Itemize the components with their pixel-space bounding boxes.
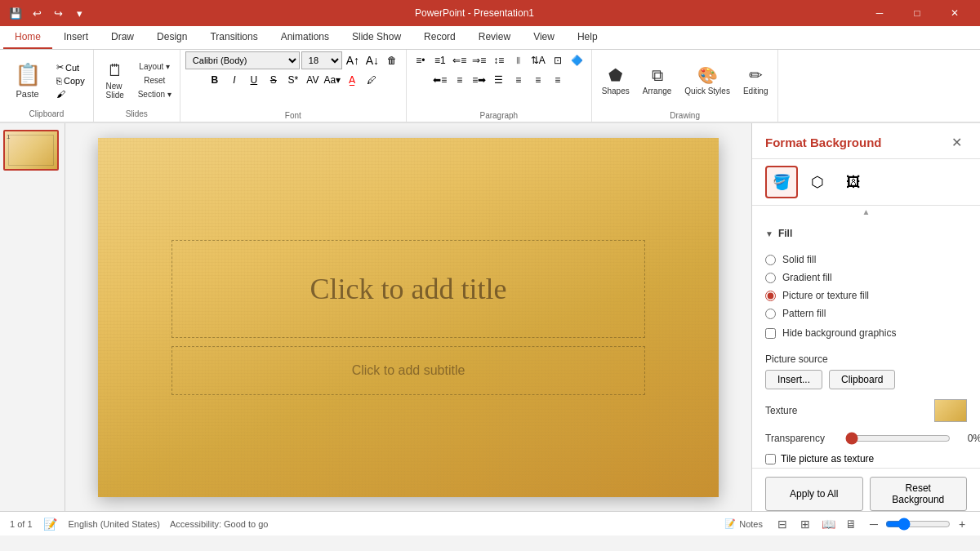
numbering-button[interactable]: ≡1	[431, 51, 449, 69]
underline-button[interactable]: U	[245, 71, 263, 89]
tab-view[interactable]: View	[522, 26, 566, 49]
columns-button[interactable]: ⫴	[510, 51, 528, 69]
font-color-button[interactable]: A̲	[343, 71, 361, 89]
picture-fill-radio[interactable]	[765, 291, 776, 301]
panel-close-button[interactable]: ✕	[947, 133, 967, 152]
editing-button[interactable]: ✏ Editing	[738, 62, 773, 99]
cut-button[interactable]: ✂ Cut	[53, 61, 88, 73]
transparency-slider[interactable]	[845, 432, 951, 445]
tab-animations[interactable]: Animations	[270, 26, 341, 49]
editing-icon: ✏	[749, 65, 763, 85]
align-right-button[interactable]: ≡➡	[470, 71, 488, 89]
tile-checkbox[interactable]	[765, 454, 776, 464]
text-direction-button[interactable]: ⇅A	[529, 51, 547, 69]
bold-button[interactable]: B	[206, 71, 224, 89]
pattern-fill-radio[interactable]	[765, 309, 776, 319]
align-left-button[interactable]: ⬅≡	[431, 71, 449, 89]
clipboard-picture-button[interactable]: Clipboard	[829, 370, 895, 389]
tab-insert[interactable]: Insert	[52, 26, 100, 49]
undo-quick-btn[interactable]: ↩	[28, 4, 46, 22]
notes-toggle-icon[interactable]: 📝	[42, 516, 59, 532]
image-icon-tab[interactable]: 🖼	[837, 166, 870, 198]
effects-icon-tab[interactable]: ⬡	[801, 166, 834, 198]
gradient-fill-option[interactable]: Gradient fill	[765, 272, 967, 283]
hide-background-option[interactable]: Hide background graphics	[752, 324, 980, 342]
format-painter-button[interactable]: 🖌	[53, 88, 88, 100]
slide-subtitle-box[interactable]: Click to add subtitle	[172, 346, 645, 395]
tab-home[interactable]: Home	[3, 26, 52, 49]
zoom-in-icon[interactable]: +	[954, 516, 970, 532]
fill-icon-tab[interactable]: 🪣	[765, 166, 798, 198]
clear-format-button[interactable]: 🗑	[383, 51, 401, 69]
normal-view-icon[interactable]: ⊟	[774, 516, 791, 532]
more-quick-btn[interactable]: ▾	[70, 4, 88, 22]
justify-button[interactable]: ☰	[490, 71, 508, 89]
tab-review[interactable]: Review	[467, 26, 522, 49]
zoom-out-icon[interactable]: ─	[866, 516, 882, 532]
decrease-indent-button[interactable]: ⇐≡	[451, 51, 469, 69]
tab-draw[interactable]: Draw	[100, 26, 145, 49]
new-slide-button[interactable]: 🗒 NewSlide	[99, 58, 131, 103]
font-size-select[interactable]: 18	[301, 51, 342, 69]
strikethrough-button[interactable]: S	[265, 71, 283, 89]
smartart-button[interactable]: 🔷	[568, 51, 586, 69]
solid-fill-option[interactable]: Solid fill	[765, 254, 967, 265]
pattern-fill-option[interactable]: Pattern fill	[765, 308, 967, 319]
italic-button[interactable]: I	[225, 71, 243, 89]
align-left2-button[interactable]: ≡	[510, 71, 528, 89]
copy-button[interactable]: ⎘ Copy	[53, 75, 88, 87]
shapes-label: Shapes	[602, 87, 630, 96]
reset-button[interactable]: Reset	[135, 74, 175, 87]
slide-thumbnail-1[interactable]: 1	[3, 130, 59, 171]
slide-sorter-icon[interactable]: ⊞	[797, 516, 813, 532]
picture-fill-option[interactable]: Picture or texture fill	[765, 290, 967, 301]
canvas-area[interactable]: Click to add title Click to add subtitle	[65, 123, 751, 511]
notes-button[interactable]: 📝 Notes	[719, 517, 768, 531]
align-center-button[interactable]: ≡	[451, 71, 469, 89]
texture-preview[interactable]	[934, 399, 967, 422]
zoom-slider[interactable]	[885, 518, 951, 531]
presenter-view-icon[interactable]: 🖥	[843, 516, 859, 532]
reset-background-button[interactable]: Reset Background	[870, 477, 968, 511]
paste-button[interactable]: 📋 Paste	[5, 59, 50, 102]
hide-background-checkbox[interactable]	[765, 328, 776, 339]
quick-styles-button[interactable]: 🎨 Quick Styles	[679, 62, 735, 99]
highlight-button[interactable]: 🖊	[363, 71, 381, 89]
increase-font-button[interactable]: A↑	[344, 51, 362, 69]
char-spacing-button[interactable]: AV	[304, 71, 322, 89]
align-text-button[interactable]: ⊡	[549, 51, 567, 69]
increase-indent-button[interactable]: ⇒≡	[470, 51, 488, 69]
fill-section-header[interactable]: ▼ Fill	[765, 224, 967, 242]
align-center2-button[interactable]: ≡	[529, 71, 547, 89]
maximize-btn[interactable]: □	[898, 0, 936, 26]
decrease-font-button[interactable]: A↓	[363, 51, 381, 69]
align-right2-button[interactable]: ≡	[549, 71, 567, 89]
arrange-button[interactable]: ⧉ Arrange	[638, 63, 677, 99]
accessibility-label: Accessibility: Good to go	[170, 519, 268, 529]
tab-design[interactable]: Design	[145, 26, 198, 49]
section-button[interactable]: Section ▾	[135, 88, 175, 100]
bullets-button[interactable]: ≡•	[412, 51, 430, 69]
close-btn[interactable]: ✕	[936, 0, 973, 26]
solid-fill-radio[interactable]	[765, 255, 776, 265]
reading-view-icon[interactable]: 📖	[820, 516, 836, 532]
font-family-select[interactable]: Calibri (Body)	[185, 51, 300, 69]
apply-to-all-button[interactable]: Apply to All	[765, 477, 863, 511]
tab-help[interactable]: Help	[566, 26, 609, 49]
change-case-button[interactable]: Aa▾	[323, 71, 341, 89]
slide-canvas[interactable]: Click to add title Click to add subtitle	[98, 138, 719, 497]
gradient-fill-radio[interactable]	[765, 273, 776, 283]
redo-quick-btn[interactable]: ↪	[49, 4, 67, 22]
text-shadow-button[interactable]: S*	[284, 71, 302, 89]
save-quick-btn[interactable]: 💾	[7, 4, 24, 22]
line-spacing-button[interactable]: ↕≡	[490, 51, 508, 69]
insert-picture-button[interactable]: Insert...	[765, 370, 822, 389]
shapes-button[interactable]: ⬟ Shapes	[597, 62, 635, 99]
tab-transitions[interactable]: Transitions	[198, 26, 269, 49]
minimize-btn[interactable]: ─	[861, 0, 898, 26]
panel-icon-tabs: 🪣 ⬡ 🖼	[752, 159, 980, 206]
tab-record[interactable]: Record	[412, 26, 467, 49]
slide-title-box[interactable]: Click to add title	[172, 240, 645, 338]
layout-button[interactable]: Layout ▾	[135, 60, 175, 73]
tab-slideshow[interactable]: Slide Show	[341, 26, 412, 49]
